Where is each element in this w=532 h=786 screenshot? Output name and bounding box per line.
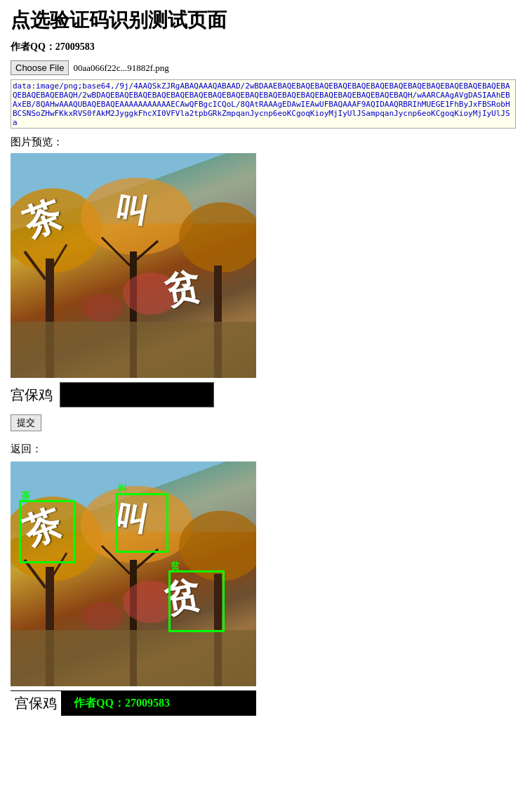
bbox-1: 茶 xyxy=(19,500,75,563)
result-question-text: 宫保鸡 xyxy=(11,691,61,716)
bbox-2: 叫 xyxy=(116,493,168,553)
author-label: 作者QQ：27009583 xyxy=(11,41,521,53)
result-author-label: 作者QQ：27009583 xyxy=(68,693,175,714)
base64-textarea[interactable]: data:image/png;base64,/9j/4AAQSkZJRgABAQ… xyxy=(11,79,516,129)
file-name-label: 00aa066f22c...91882f.png xyxy=(73,63,168,74)
submit-button[interactable]: 提交 xyxy=(11,414,41,431)
page-title: 点选验证码识别测试页面 xyxy=(11,7,521,34)
preview-label: 图片预览： xyxy=(11,136,521,149)
svg-point-13 xyxy=(81,294,123,322)
result-image: 茶 叫 贫 茶 叫 贫 xyxy=(11,461,256,686)
return-label: 返回： xyxy=(11,443,521,456)
question-text: 宫保鸡 xyxy=(11,386,53,405)
caption-row: 宫保鸡 xyxy=(11,382,521,407)
bbox-label-2: 叫 xyxy=(118,483,127,495)
svg-rect-7 xyxy=(11,322,256,378)
file-upload-row: Choose File 00aa066f22c...91882f.png xyxy=(11,60,521,75)
bbox-3: 贫 xyxy=(168,570,225,632)
result-caption-row: 宫保鸡 作者QQ：27009583 xyxy=(11,690,256,716)
svg-rect-21 xyxy=(11,630,256,686)
answer-input[interactable] xyxy=(60,382,214,407)
bbox-label-3: 贫 xyxy=(171,560,180,572)
captcha-scene-overlay xyxy=(11,153,256,378)
svg-point-27 xyxy=(81,602,123,630)
choose-file-button[interactable]: Choose File xyxy=(11,60,69,75)
bbox-label-1: 茶 xyxy=(21,490,30,502)
captcha-image[interactable]: 茶 叫 贫 xyxy=(11,153,256,378)
